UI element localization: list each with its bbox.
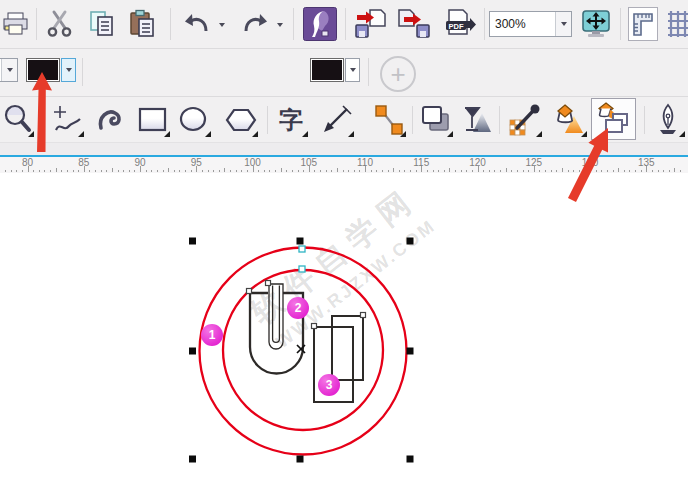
handle-top-right[interactable]	[407, 238, 414, 245]
outline-color-well-2[interactable]	[310, 58, 360, 82]
ruler-tick	[483, 170, 484, 172]
handle-bottom-center[interactable]	[297, 456, 304, 463]
tool-dimension[interactable]	[318, 99, 356, 140]
outline-color-swatch[interactable]	[26, 58, 60, 82]
tool-rectangle[interactable]	[134, 99, 172, 140]
ruler-tick	[590, 166, 591, 172]
handle-middle-right[interactable]	[407, 348, 414, 355]
import-button[interactable]	[352, 7, 390, 41]
export-button[interactable]	[394, 7, 434, 41]
tool-polygon[interactable]	[222, 99, 260, 140]
handle-middle-left[interactable]	[189, 348, 196, 355]
print-button[interactable]	[0, 8, 32, 40]
redo-dropdown[interactable]	[274, 20, 286, 30]
swirl-icon	[96, 104, 128, 136]
outline-color-dropdown[interactable]	[61, 58, 76, 82]
tool-outline-pen[interactable]	[649, 99, 687, 140]
horizontal-ruler[interactable]: 80859095100105110115120125130135	[0, 155, 688, 173]
ruler-tick	[303, 170, 304, 172]
property-bar: 轮廓: 指定 .2 mm +	[0, 49, 688, 97]
tool-text[interactable]: 字	[272, 99, 310, 140]
add-preferred-button[interactable]: +	[380, 56, 416, 92]
plus-icon: +	[390, 61, 405, 87]
application-launcher-button[interactable]	[302, 7, 337, 41]
toolbox: 字	[0, 97, 688, 143]
separator	[644, 106, 645, 134]
chevron-down-icon	[66, 68, 72, 72]
separator	[293, 8, 294, 40]
ruler-tick	[539, 170, 540, 172]
handle-bottom-right[interactable]	[407, 456, 414, 463]
ruler-tick	[230, 170, 231, 172]
chevron-down-icon	[7, 68, 13, 72]
handle-bottom-left[interactable]	[189, 456, 196, 463]
ruler-tick	[106, 170, 107, 172]
node-rectangle-back[interactable]	[361, 313, 366, 318]
zoom-level-combo[interactable]: 300%	[489, 11, 572, 37]
outline-color-dropdown-2[interactable]	[345, 58, 360, 82]
tool-smart-fill[interactable]	[594, 99, 632, 140]
ruler-tick	[298, 170, 299, 172]
ruler-tick	[28, 166, 29, 172]
tool-transparency[interactable]	[458, 99, 496, 140]
ruler-tick	[388, 170, 389, 172]
grid-toggle-button[interactable]	[663, 7, 688, 41]
ruler-tick	[163, 170, 164, 172]
publish-pdf-button[interactable]: PDF	[441, 7, 481, 41]
chevron-down-icon	[277, 23, 283, 27]
tool-connector[interactable]	[370, 99, 408, 140]
tool-drop-shadow[interactable]	[417, 99, 455, 140]
tool-artistic-media[interactable]	[93, 99, 131, 140]
node-inner-circle[interactable]	[299, 266, 305, 272]
tool-interactive-fill[interactable]	[551, 99, 589, 140]
ruler-tick	[326, 170, 327, 172]
undo-dropdown[interactable]	[216, 20, 228, 30]
zoom-level-dropdown[interactable]	[555, 12, 571, 36]
outline-color-swatch-2[interactable]	[310, 58, 344, 82]
tool-color-eyedropper[interactable]	[506, 99, 544, 140]
ruler-toggle-button-pressed[interactable]	[628, 7, 658, 41]
ruler-tick	[101, 170, 102, 172]
ruler-tick	[89, 170, 90, 172]
ruler-tick	[33, 170, 34, 172]
redo-button[interactable]	[238, 8, 272, 40]
ruler-tick	[500, 170, 501, 172]
node-rectangle-front[interactable]	[312, 324, 317, 329]
test-tube-shape-outer[interactable]	[269, 284, 283, 349]
fill-picker-partial-combo[interactable]	[0, 58, 18, 82]
rectangle-back[interactable]	[332, 316, 363, 380]
full-screen-preview-button[interactable]	[580, 7, 612, 41]
cut-button[interactable]	[42, 8, 78, 40]
toolbar-gap-strip	[0, 143, 688, 155]
standard-toolbar: PDF 300%	[0, 0, 688, 49]
tool-ellipse[interactable]	[175, 99, 213, 140]
ruler-tick	[461, 170, 462, 172]
test-tube-shape-inner[interactable]	[273, 286, 280, 343]
node-test-tube[interactable]	[266, 281, 271, 286]
ruler-tick	[545, 170, 546, 172]
ruler-tick	[635, 170, 636, 172]
node-u-shape[interactable]	[247, 289, 252, 294]
ruler-tick	[264, 170, 265, 172]
ruler-tick	[286, 170, 287, 172]
outline-color-well[interactable]	[26, 58, 76, 82]
handle-top-center[interactable]	[297, 238, 304, 245]
ruler-tick	[140, 166, 141, 172]
handle-top-left[interactable]	[189, 238, 196, 245]
copy-button[interactable]	[84, 8, 120, 40]
ruler-tick	[174, 170, 175, 172]
ruler-tick	[534, 166, 535, 172]
ruler-tick	[393, 168, 394, 172]
undo-button[interactable]	[180, 8, 214, 40]
ruler-tick	[365, 166, 366, 172]
paste-button[interactable]	[124, 8, 162, 40]
ruler-tick	[343, 170, 344, 172]
fill-picker-dropdown[interactable]	[1, 59, 17, 81]
tool-freehand[interactable]	[48, 99, 86, 140]
print-icon	[2, 10, 30, 38]
tool-zoom[interactable]	[0, 99, 36, 140]
ruler-tick	[478, 166, 479, 172]
ruler-tick	[208, 170, 209, 172]
node-outer-circle[interactable]	[299, 246, 305, 252]
ruler-tick	[331, 170, 332, 172]
